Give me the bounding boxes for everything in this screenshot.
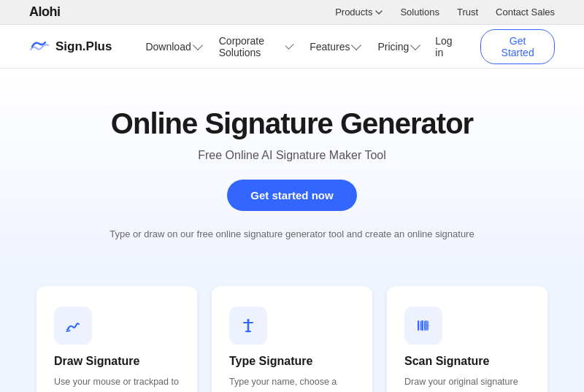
- hero-section: Online Signature Generator Free Online A…: [0, 69, 584, 269]
- svg-rect-1: [247, 319, 250, 321]
- draw-signature-card: Draw Signature Use your mouse or trackpa…: [36, 286, 197, 392]
- type-signature-icon: [238, 315, 258, 336]
- nav-corporate[interactable]: Corporate Solutions: [212, 31, 300, 63]
- top-nav-products[interactable]: Products: [335, 7, 383, 18]
- cards-section: Draw Signature Use your mouse or trackpa…: [0, 269, 584, 392]
- type-card-desc: Type your name, choose a font, color and…: [229, 375, 355, 392]
- draw-signature-icon: [63, 315, 83, 336]
- main-nav-right: Log in Get Started: [426, 29, 555, 64]
- scan-card-title: Scan Signature: [404, 355, 530, 368]
- draw-card-desc: Use your mouse or trackpad to create a s…: [54, 375, 180, 392]
- top-nav-contact[interactable]: Contact Sales: [496, 7, 555, 18]
- top-bar-nav: Products Solutions Trust Contact Sales: [335, 7, 555, 18]
- top-nav-solutions[interactable]: Solutions: [400, 7, 439, 18]
- main-nav: Sign.Plus Download Corporate Solutions F…: [0, 25, 584, 69]
- hero-title: Online Signature Generator: [29, 107, 555, 140]
- svg-point-0: [68, 328, 70, 331]
- signplus-icon: [29, 39, 50, 54]
- login-button[interactable]: Log in: [426, 31, 469, 63]
- get-started-button[interactable]: Get Started: [480, 29, 555, 64]
- hero-cta-button[interactable]: Get started now: [227, 180, 356, 211]
- draw-icon-wrap: [54, 307, 92, 345]
- main-nav-left: Sign.Plus Download Corporate Solutions F…: [29, 31, 426, 63]
- nav-download[interactable]: Download: [138, 36, 208, 57]
- nav-links: Download Corporate Solutions Features Pr…: [138, 31, 426, 63]
- nav-pricing[interactable]: Pricing: [370, 36, 426, 57]
- top-bar: Alohi Products Solutions Trust Contact S…: [0, 0, 584, 25]
- scan-icon-wrap: [404, 307, 442, 345]
- type-card-title: Type Signature: [229, 355, 355, 368]
- nav-features[interactable]: Features: [302, 36, 367, 57]
- top-nav-trust[interactable]: Trust: [457, 7, 478, 18]
- hero-description: Type or draw on our free online signatur…: [29, 228, 555, 239]
- draw-card-title: Draw Signature: [54, 355, 180, 368]
- chevron-down-icon: [351, 40, 361, 50]
- brand-logo[interactable]: Sign.Plus: [29, 39, 112, 54]
- chevron-down-icon: [410, 40, 420, 50]
- type-signature-card: Type Signature Type your name, choose a …: [212, 286, 372, 392]
- hero-subtitle: Free Online AI Signature Maker Tool: [29, 149, 555, 162]
- chevron-down-icon: [193, 40, 203, 50]
- scan-signature-card: Scan Signature Draw your original signat…: [387, 286, 548, 392]
- alohi-logo: Alohi: [29, 4, 61, 20]
- scan-card-desc: Draw your original signature on paper an…: [404, 375, 530, 392]
- brand-name: Sign.Plus: [55, 39, 112, 54]
- scan-signature-icon: [413, 315, 434, 336]
- chevron-down-icon: [285, 41, 293, 50]
- type-icon-wrap: [229, 307, 267, 345]
